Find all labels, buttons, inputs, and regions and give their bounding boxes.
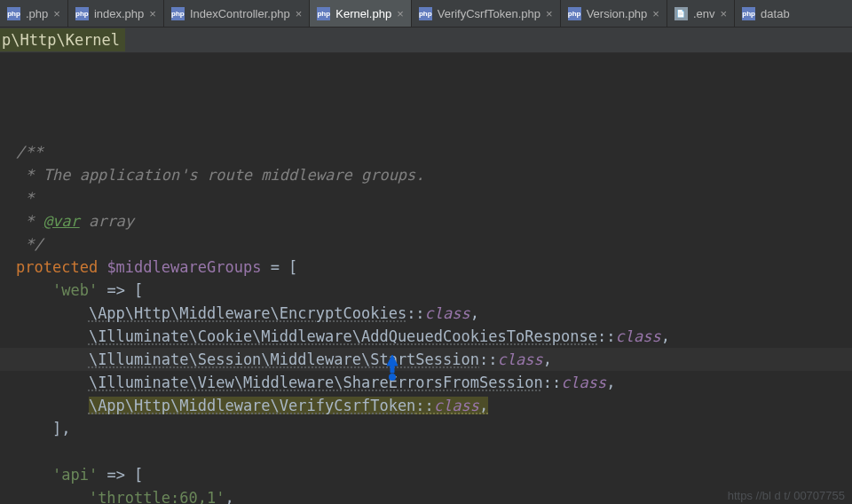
tab-label: IndexController.php (190, 7, 290, 20)
breadcrumb[interactable]: p\Http\Kernel (0, 28, 852, 53)
operator: = [ (271, 258, 298, 276)
code-editor[interactable]: /** * The application's route middleware… (0, 53, 852, 504)
keyword-protected: protected (16, 258, 98, 276)
close-icon[interactable]: × (397, 7, 404, 20)
php-file-icon: php (75, 7, 89, 20)
class-reference: \Illuminate\Session\Middleware\StartSess… (89, 350, 479, 368)
class-keyword: class (561, 374, 606, 391)
tab-bar: php .php × php index.php × php IndexCont… (0, 0, 852, 28)
class-reference: \Illuminate\View\Middleware\ShareErrorsF… (89, 374, 543, 391)
tab-label: .php (26, 7, 48, 20)
tab-database[interactable]: php datab (735, 0, 797, 27)
code-content: /** * The application's route middleware… (16, 117, 852, 504)
tab-label: VerifyCsrfToken.php (438, 7, 540, 20)
close-icon[interactable]: × (296, 7, 303, 20)
variable: $middlewareGroups (106, 258, 261, 276)
doc-tag: @var (43, 212, 80, 230)
tab-version[interactable]: php Version.php × (561, 0, 667, 27)
class-keyword: class (434, 397, 479, 414)
php-file-icon: php (317, 7, 330, 20)
tab-env[interactable]: 📄 .env × (667, 0, 735, 27)
tab-verifycsrftoken[interactable]: php VerifyCsrfToken.php × (412, 0, 561, 27)
docblock-line: /** (16, 143, 43, 161)
env-file-icon: 📄 (674, 7, 688, 20)
tab-label: datab (761, 7, 790, 20)
tab-label: .env (693, 7, 715, 20)
tab-label: index.php (94, 7, 144, 20)
class-keyword: class (497, 350, 542, 368)
class-reference: \Illuminate\Cookie\Middleware\AddQueuedC… (89, 327, 597, 345)
php-file-icon: php (742, 7, 755, 20)
php-file-icon: php (7, 7, 20, 20)
string-literal: 'throttle:60,1' (89, 489, 225, 504)
class-keyword: class (425, 304, 470, 322)
tab-php[interactable]: php .php × (0, 0, 68, 27)
close-icon[interactable]: × (652, 7, 659, 20)
string-literal: 'web' (52, 281, 98, 299)
tab-index[interactable]: php index.php × (68, 0, 164, 27)
docblock-line: */ (16, 235, 43, 253)
class-reference: \App\Http\Middleware\EncryptCookies (89, 304, 406, 322)
string-literal: 'api' (52, 466, 98, 484)
tab-label: Kernel.php (335, 7, 391, 20)
class-keyword: class (616, 327, 661, 345)
class-reference: \App\Http\Middleware\VerifyCsrfToken (89, 397, 415, 414)
close-icon[interactable]: × (149, 7, 156, 20)
docblock-line: * The application's route middleware gro… (16, 166, 425, 184)
docblock-line: * (16, 189, 34, 207)
close-icon[interactable]: × (721, 7, 728, 20)
docblock-line: * @var array (16, 212, 134, 230)
close-icon[interactable]: × (546, 7, 553, 20)
tab-label: Version.php (587, 7, 648, 20)
php-file-icon: php (568, 7, 581, 20)
tab-indexcontroller[interactable]: php IndexController.php × (164, 0, 310, 27)
breadcrumb-text: p\Http\Kernel (0, 28, 125, 51)
highlighted-line: \App\Http\Middleware\VerifyCsrfToken::cl… (89, 397, 488, 414)
php-file-icon: php (171, 7, 185, 20)
php-file-icon: php (419, 7, 432, 20)
tab-kernel[interactable]: php Kernel.php × (310, 0, 411, 27)
close-icon[interactable]: × (53, 7, 60, 20)
